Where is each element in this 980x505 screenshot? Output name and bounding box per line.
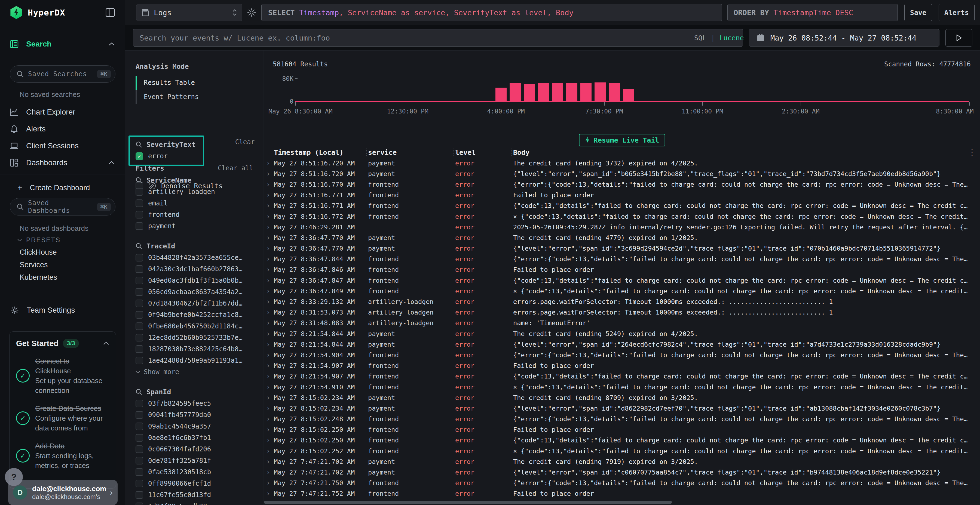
checkbox[interactable]	[135, 400, 143, 407]
table-row[interactable]: ›May 27 8:21:54.844 AMpaymenterror{"leve…	[264, 339, 980, 349]
filter-option[interactable]: 12ec8dd52b60b9525733b7e…	[135, 332, 255, 343]
filter-option[interactable]: 09041fb457779da0	[135, 409, 255, 421]
row-expand-icon[interactable]: ›	[264, 319, 274, 327]
filter-option[interactable]: 049ed0ac3fdb1f3f15a0b0b…	[135, 275, 255, 286]
sidebar-item-dashboards[interactable]: Dashboards	[0, 155, 125, 170]
saved-searches-input[interactable]: Saved Searches ⌘K	[10, 65, 115, 83]
checkbox[interactable]	[135, 503, 143, 505]
checkbox[interactable]	[135, 480, 143, 487]
lucene-search-input[interactable]	[133, 29, 743, 46]
checkbox[interactable]	[135, 188, 143, 195]
table-row[interactable]: ›May 27 8:15:02.250 AMfrontenderrorFaile…	[264, 424, 980, 435]
filter-option[interactable]: payment	[135, 221, 255, 232]
table-row[interactable]: ›May 27 7:47:21.752 AMfrontenderrorFaile…	[264, 488, 980, 499]
filter-option[interactable]: 1ae42480d758e9ab91193a1…	[135, 355, 255, 366]
table-row[interactable]: ›May 27 8:36:47.849 AMfrontenderror× {"c…	[264, 286, 980, 296]
checkbox[interactable]	[135, 265, 143, 273]
row-expand-icon[interactable]: ›	[264, 245, 274, 252]
checkbox[interactable]	[135, 468, 143, 476]
checkbox[interactable]	[135, 411, 143, 419]
checkbox[interactable]	[135, 277, 143, 284]
row-expand-icon[interactable]: ›	[264, 191, 274, 199]
filter-option[interactable]: 18287038b73e882425c64b8…	[135, 343, 255, 355]
checkbox[interactable]	[135, 254, 143, 262]
table-row[interactable]: ›May 27 8:46:29.281 AMerror2025-05-26T09…	[264, 222, 980, 232]
sidebar-item-team-settings[interactable]: Team Settings	[0, 303, 125, 318]
row-expand-icon[interactable]: ›	[264, 266, 274, 273]
checkbox[interactable]	[135, 422, 143, 430]
checkbox[interactable]	[135, 322, 143, 330]
orderby-input[interactable]: ORDER BY TimestampTime DESC	[727, 4, 898, 21]
row-expand-icon[interactable]: ›	[264, 351, 274, 359]
checkbox[interactable]	[135, 445, 143, 453]
filter-option[interactable]: 0f94b9befe0b4252ccfa1c8…	[135, 309, 255, 321]
row-expand-icon[interactable]: ›	[264, 447, 274, 455]
sidebar-item-client-sessions[interactable]: Client Sessions	[0, 138, 125, 154]
row-expand-icon[interactable]: ›	[264, 373, 274, 380]
filter-option[interactable]: email	[135, 197, 255, 209]
checkbox[interactable]	[135, 288, 143, 296]
toggle-sql[interactable]: SQL	[694, 34, 706, 42]
table-row[interactable]: ›May 27 8:15:02.234 AMpaymenterrorThe cr…	[264, 392, 980, 403]
checkbox[interactable]	[135, 311, 143, 319]
histogram-bar[interactable]	[566, 83, 578, 102]
table-row[interactable]: ›May 27 8:51:16.772 AMfrontenderror× {"c…	[264, 211, 980, 222]
checkbox[interactable]	[135, 300, 143, 307]
table-row[interactable]: ›May 27 8:51:16.771 AMfrontenderror{"cod…	[264, 200, 980, 211]
results-histogram[interactable]: 80K 0 May 26 8:30:00 AM12:30:00 PM4:00:0…	[295, 78, 969, 102]
row-expand-icon[interactable]: ›	[264, 468, 274, 476]
table-row[interactable]: ›May 27 7:47:21.750 AMfrontenderror{"err…	[264, 478, 980, 488]
filter-option[interactable]: frontend	[135, 209, 255, 221]
row-expand-icon[interactable]: ›	[264, 405, 274, 412]
checkbox[interactable]	[135, 357, 143, 364]
table-row[interactable]: ›May 27 8:51:16.720 AMpaymenterror{"leve…	[264, 168, 980, 179]
row-expand-icon[interactable]: ›	[264, 308, 274, 316]
chevron-up-icon[interactable]	[103, 342, 109, 345]
row-expand-icon[interactable]: ›	[264, 415, 274, 423]
checkbox[interactable]	[135, 434, 143, 441]
table-row[interactable]: ›May 27 8:33:29.132 AMartillery-loadgene…	[264, 296, 980, 307]
filter-option[interactable]: 09ab1c4544c9a357	[135, 421, 255, 432]
checkbox[interactable]	[135, 345, 143, 353]
histogram-bar[interactable]	[623, 89, 634, 102]
analysis-mode-results-table[interactable]: Results Table	[135, 76, 199, 90]
row-expand-icon[interactable]: ›	[264, 341, 274, 348]
table-row[interactable]: ›May 27 8:51:16.720 AMpaymenterrorThe cr…	[264, 158, 980, 168]
get-started-step[interactable]: ✓ Add Data Start sending logs, metrics, …	[16, 441, 109, 470]
histogram-bar[interactable]	[609, 83, 620, 102]
filter-option[interactable]: 03b44828f42a3573ea655ce…	[135, 252, 255, 264]
table-row[interactable]: ›May 27 8:31:48.083 AMartillery-loadgene…	[264, 318, 980, 329]
table-row[interactable]: ›May 27 8:36:47.847 AMfrontenderror{"cod…	[264, 275, 980, 286]
row-expand-icon[interactable]: ›	[264, 426, 274, 434]
table-row[interactable]: ›May 27 8:15:02.252 AMfrontenderror× {"c…	[264, 446, 980, 456]
table-row[interactable]: ›May 27 7:47:21.702 AMpaymenterror{"leve…	[264, 467, 980, 478]
column-level[interactable]: level	[455, 149, 513, 156]
sidebar-item-search[interactable]: Search	[0, 35, 125, 53]
filter-option[interactable]: 07d184304627bf2f11b67dd…	[135, 298, 255, 309]
preset-clickhouse[interactable]: ClickHouse	[20, 248, 57, 257]
query-language-toggle[interactable]: SQL | Lucene	[694, 29, 744, 46]
table-row[interactable]: ›May 27 8:21:54.907 AMfrontenderror{"cod…	[264, 371, 980, 382]
table-row[interactable]: ›May 27 8:31:53.073 AMartillery-loadgene…	[264, 307, 980, 318]
table-row[interactable]: ›May 27 8:36:47.770 AMpaymenterror{"leve…	[264, 243, 980, 254]
filter-option[interactable]: 03f7b824595feec5	[135, 398, 255, 409]
row-expand-icon[interactable]: ›	[264, 213, 274, 221]
user-menu[interactable]: D dale@clickhouse.com dale@clickhouse.co…	[8, 480, 118, 505]
table-row[interactable]: ›May 27 7:47:21.702 AMpaymenterrorThe cr…	[264, 456, 980, 467]
table-row[interactable]: ›May 27 8:15:02.250 AMfrontenderror{"cod…	[264, 435, 980, 446]
show-more-button[interactable]: Show more	[135, 366, 255, 378]
row-expand-icon[interactable]: ›	[264, 490, 274, 497]
filter-option[interactable]: ✓error	[135, 151, 200, 162]
toggle-lucene[interactable]: Lucene	[719, 34, 744, 42]
save-button[interactable]: Save	[904, 4, 932, 21]
table-row[interactable]: ›May 27 8:21:54.910 AMfrontenderror× {"c…	[264, 382, 980, 392]
table-row[interactable]: ›May 27 8:21:54.904 AMfrontenderror{"err…	[264, 349, 980, 360]
row-expand-icon[interactable]: ›	[264, 394, 274, 402]
resume-live-tail-button[interactable]: Resume Live Tail	[579, 134, 665, 146]
row-expand-icon[interactable]: ›	[264, 458, 274, 465]
filter-clear-button[interactable]: Clear	[235, 138, 255, 146]
row-expand-icon[interactable]: ›	[264, 277, 274, 284]
filter-option[interactable]: 042a30c3dc1baf660b27863…	[135, 264, 255, 275]
get-started-step[interactable]: ✓ Connect to ClickHouse Set up your data…	[16, 356, 109, 395]
checkbox[interactable]	[135, 211, 143, 219]
